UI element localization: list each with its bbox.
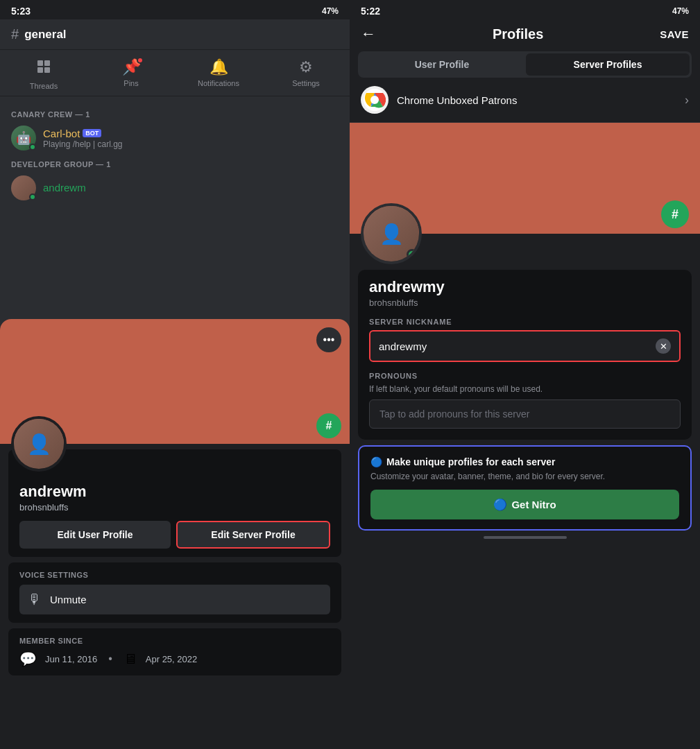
svg-rect-0 xyxy=(37,60,43,66)
online-dot-right xyxy=(407,249,418,260)
profile-banner-left: ••• 👤 # xyxy=(0,319,350,444)
status-bar-right: 5:22 47% xyxy=(350,0,700,19)
clear-icon: ✕ xyxy=(660,341,667,352)
carlbot-online-dot xyxy=(29,144,36,150)
server-nickname-label: SERVER NICKNAME xyxy=(369,318,681,326)
carlbot-avatar: 🤖 xyxy=(11,126,36,150)
profile-username-left: andrewm xyxy=(19,483,330,501)
profile-tag-right: brohsnbluffs xyxy=(369,298,681,308)
carlbot-bot-badge: BOT xyxy=(83,129,101,137)
get-nitro-button[interactable]: 🔵 Get Nitro xyxy=(370,490,679,519)
carlbot-name: Carl-bot xyxy=(43,128,80,139)
chevron-right-icon: › xyxy=(685,93,689,107)
profile-username-right: andrewmy xyxy=(369,278,681,296)
clear-nickname-button[interactable]: ✕ xyxy=(656,338,671,354)
server-nickname-input-container: ✕ xyxy=(369,330,681,362)
discord-icon: 💬 xyxy=(19,651,37,667)
tab-server-profiles[interactable]: Server Profiles xyxy=(526,53,690,76)
nitro-promo-title: 🔵 Make unique profiles for each server xyxy=(370,456,679,467)
server-nickname-section: SERVER NICKNAME ✕ xyxy=(369,318,681,362)
battery-right: 47% xyxy=(672,6,689,16)
back-button[interactable]: ← xyxy=(361,25,376,43)
member-since-row: 💬 Jun 11, 2016 • 🖥 Apr 25, 2022 xyxy=(19,651,330,667)
profile-banner-right: 👤 # xyxy=(350,123,700,234)
profile-avatar-right[interactable]: 👤 xyxy=(361,203,422,264)
left-panel: 5:23 47% # general Threads 📌 xyxy=(0,0,350,749)
svg-point-6 xyxy=(370,96,379,104)
andrewm-avatar xyxy=(11,175,36,200)
channel-header: # general xyxy=(0,19,350,50)
server-list-item[interactable]: Chrome Unboxed Patrons › xyxy=(350,78,700,123)
member-since-label: MEMBER SINCE xyxy=(19,637,330,645)
nitro-promo-description: Customize your avatar, banner, theme, an… xyxy=(370,472,679,481)
toolbar: Threads 📌 Pins 🔔 Notifications ⚙ Setting… xyxy=(0,50,350,96)
time-left: 5:23 xyxy=(11,6,31,17)
unmute-button[interactable]: 🎙 Unmute xyxy=(19,585,330,614)
member-since-server: Apr 25, 2022 xyxy=(146,654,197,664)
notifications-icon: 🔔 xyxy=(210,58,228,76)
member-since-discord: Jun 11, 2016 xyxy=(45,654,97,664)
pronouns-description: If left blank, your default pronouns wil… xyxy=(369,384,681,394)
server-list-left: Chrome Unboxed Patrons xyxy=(361,86,517,114)
nitro-badge-right[interactable]: # xyxy=(661,200,689,228)
svg-rect-2 xyxy=(37,67,43,73)
unmute-label: Unmute xyxy=(50,594,87,605)
hash-icon: # xyxy=(11,26,19,42)
unmute-icon: 🎙 xyxy=(28,592,42,608)
bottom-sheet-left: ••• 👤 # andrewm brohsnbluffs Edit User P… xyxy=(0,319,350,749)
svg-rect-1 xyxy=(44,60,50,66)
andrewm-online-dot xyxy=(29,193,36,200)
profile-card-right: andrewmy brohsnbluffs SERVER NICKNAME ✕ … xyxy=(358,270,692,440)
server-nickname-input[interactable] xyxy=(379,341,650,352)
threads-icon xyxy=(35,58,52,79)
svg-rect-3 xyxy=(44,67,50,73)
section-header-canary: CANARY CREW — 1 xyxy=(0,105,350,121)
nitro-button-label: Get Nitro xyxy=(511,499,556,510)
save-button[interactable]: SAVE xyxy=(660,28,689,40)
pins-icon: 📌 xyxy=(122,58,141,76)
profile-buttons: Edit User Profile Edit Server Profile xyxy=(19,521,330,549)
pronouns-label: PRONOUNS xyxy=(369,372,681,380)
andrewm-name: andrewm xyxy=(43,182,86,193)
settings-label: Settings xyxy=(292,79,320,87)
threads-label: Threads xyxy=(30,82,58,90)
edit-user-profile-button[interactable]: Edit User Profile xyxy=(19,521,171,549)
edit-server-profile-button[interactable]: Edit Server Profile xyxy=(176,521,330,549)
nitro-badge-left[interactable]: # xyxy=(316,413,341,438)
carlbot-info: Carl-bot BOT Playing /help | carl.gg xyxy=(43,128,123,149)
scroll-indicator-right xyxy=(484,536,567,539)
right-panel: 5:22 47% ← Profiles SAVE User Profile Se… xyxy=(350,0,700,749)
profile-avatar-left[interactable]: 👤 xyxy=(11,416,67,472)
voice-settings-label: VOICE SETTINGS xyxy=(19,571,330,579)
toolbar-notifications[interactable]: 🔔 Notifications xyxy=(175,55,262,93)
profile-tabs: User Profile Server Profiles xyxy=(358,51,692,78)
member-carlbot[interactable]: 🤖 Carl-bot BOT Playing /help | carl.gg xyxy=(0,121,350,155)
nitro-button-icon: 🔵 xyxy=(493,498,507,511)
more-options-button[interactable]: ••• xyxy=(316,327,341,352)
pronouns-input[interactable]: Tap to add pronouns for this server xyxy=(369,399,681,429)
battery-left: 47% xyxy=(322,6,339,16)
nitro-promo-card: 🔵 Make unique profiles for each server C… xyxy=(358,445,692,531)
nitro-promo-title-text: Make unique profiles for each server xyxy=(386,456,556,467)
member-andrewm[interactable]: andrewm xyxy=(0,171,350,205)
status-bar-left: 5:23 47% xyxy=(0,0,350,19)
channel-name: general xyxy=(24,28,66,42)
nitro-promo-icon: 🔵 xyxy=(370,456,382,467)
pins-notification-dot xyxy=(137,57,144,64)
pronouns-section: PRONOUNS If left blank, your default pro… xyxy=(369,372,681,429)
voice-settings-section: VOICE SETTINGS 🎙 Unmute xyxy=(8,562,341,623)
status-icons-left: 47% xyxy=(322,6,339,16)
toolbar-threads[interactable]: Threads xyxy=(0,55,87,93)
more-options-icon: ••• xyxy=(323,334,335,346)
toolbar-settings[interactable]: ⚙ Settings xyxy=(262,55,350,93)
tab-user-profile[interactable]: User Profile xyxy=(360,53,524,76)
status-icons-right: 47% xyxy=(672,6,689,16)
andrewm-info: andrewm xyxy=(43,182,86,194)
carlbot-status: Playing /help | carl.gg xyxy=(43,139,123,149)
section-header-dev: DEVELOPER GROUP — 1 xyxy=(0,155,350,171)
settings-icon: ⚙ xyxy=(299,58,313,76)
member-since-section: MEMBER SINCE 💬 Jun 11, 2016 • 🖥 Apr 25, … xyxy=(8,628,341,675)
top-nav: ← Profiles SAVE xyxy=(350,19,700,51)
server-name: Chrome Unboxed Patrons xyxy=(397,94,517,106)
toolbar-pins[interactable]: 📌 Pins xyxy=(87,55,175,93)
